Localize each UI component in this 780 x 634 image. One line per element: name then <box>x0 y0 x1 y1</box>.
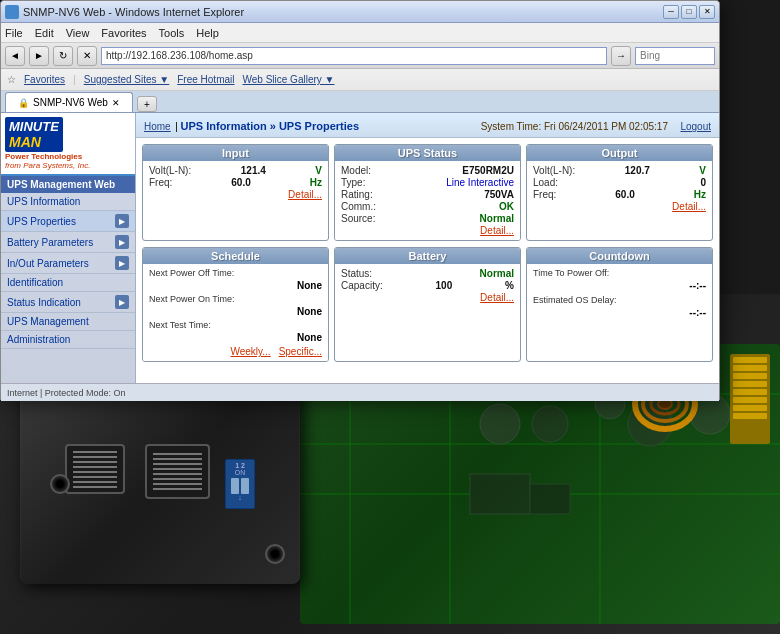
ups-status-box: UPS Status Model: E750RM2U Type: Line In… <box>334 144 521 241</box>
battery-capacity-value: 100 <box>436 280 453 291</box>
model-value: E750RM2U <box>462 165 514 176</box>
countdown-content: Time To Power Off: --:-- Estimated OS De… <box>527 264 712 322</box>
schedule-content: Next Power Off Time: None Next Power On … <box>143 264 328 361</box>
source-value: Normal <box>480 213 514 224</box>
web-slice-link[interactable]: Web Slice Gallery ▼ <box>243 74 335 85</box>
menu-file[interactable]: File <box>5 27 23 39</box>
browser-icon <box>5 5 19 19</box>
restore-button[interactable]: □ <box>681 5 697 19</box>
countdown-header: Countdown <box>527 248 712 264</box>
browser-window: SNMP-NV6 Web - Windows Internet Explorer… <box>0 0 720 400</box>
sidebar-label: Administration <box>7 334 70 345</box>
schedule-header: Schedule <box>143 248 328 264</box>
input-content: Volt(L-N): 121.4 V Freq: 60.0 Hz Detail.… <box>143 161 328 204</box>
sidebar-item-identification[interactable]: Identification <box>1 274 135 292</box>
address-bar[interactable] <box>101 47 607 65</box>
sidebar-item-admin[interactable]: Administration <box>1 331 135 349</box>
minimize-button[interactable]: ─ <box>663 5 679 19</box>
countdown-box: Countdown Time To Power Off: --:-- Estim… <box>526 247 713 362</box>
sidebar-label: In/Out Parameters <box>7 258 89 269</box>
rating-value: 750VA <box>484 189 514 200</box>
output-detail-link[interactable]: Detail... <box>533 201 706 212</box>
type-label: Type: <box>341 177 365 188</box>
input-detail-link[interactable]: Detail... <box>149 189 322 200</box>
weekly-link[interactable]: Weekly... <box>230 346 270 357</box>
sidebar-arrow-icon: ▶ <box>115 295 129 309</box>
delay-label: Estimated OS Delay: <box>533 295 706 305</box>
ups-status-detail-link[interactable]: Detail... <box>341 225 514 236</box>
favorites-link[interactable]: Favorites <box>24 74 65 85</box>
logout-link[interactable]: Logout <box>680 121 711 132</box>
sidebar-item-battery[interactable]: Battery Parameters ▶ <box>1 232 135 253</box>
ups-status-header: UPS Status <box>335 145 520 161</box>
svg-rect-11 <box>470 474 530 514</box>
battery-capacity-unit: % <box>505 280 514 291</box>
web-content: MINUTE MAN Power Technologies from Para … <box>1 113 719 383</box>
suggested-sites[interactable]: Suggested Sites ▼ <box>84 74 170 85</box>
hotmail-link[interactable]: Free Hotmail <box>177 74 234 85</box>
volt-row: Volt(L-N): 121.4 V <box>149 165 322 176</box>
freq-label: Freq: <box>149 177 172 188</box>
menu-edit[interactable]: Edit <box>35 27 54 39</box>
out-load-label: Load: <box>533 177 558 188</box>
logo-area: MINUTE MAN Power Technologies from Para … <box>1 113 135 176</box>
next-on-label: Next Power On Time: <box>149 294 322 304</box>
volt-label: Volt(L-N): <box>149 165 191 176</box>
back-button[interactable]: ◄ <box>5 46 25 66</box>
tab-snmp[interactable]: 🔒 SNMP-NV6 Web ✕ <box>5 92 133 112</box>
ups-status-content: Model: E750RM2U Type: Line Interactive R… <box>335 161 520 240</box>
rating-label: Rating: <box>341 189 373 200</box>
tabs-bar: 🔒 SNMP-NV6 Web ✕ + <box>1 91 719 113</box>
sidebar-item-ups-properties[interactable]: UPS Properties ▶ <box>1 211 135 232</box>
battery-detail-link[interactable]: Detail... <box>341 292 514 303</box>
menu-favorites[interactable]: Favorites <box>101 27 146 39</box>
eth-port-1 <box>65 444 125 494</box>
logo-power: Power Technologies <box>5 152 131 161</box>
out-load-value: 0 <box>700 177 706 188</box>
comm-label: Comm.: <box>341 201 376 212</box>
sidebar-arrow-icon: ▶ <box>115 256 129 270</box>
toolbar: ◄ ► ↻ ✕ → <box>1 43 719 69</box>
schedule-box: Schedule Next Power Off Time: None Next … <box>142 247 329 362</box>
info-grid-bottom: Schedule Next Power Off Time: None Next … <box>136 247 719 368</box>
out-freq-unit: Hz <box>694 189 706 200</box>
forward-button[interactable]: ► <box>29 46 49 66</box>
menu-help[interactable]: Help <box>196 27 219 39</box>
dip-switch: 1 2 ON ↓ <box>225 459 255 509</box>
out-freq-value: 60.0 <box>615 189 634 200</box>
time-value: --:-- <box>533 280 706 291</box>
source-label: Source: <box>341 213 375 224</box>
delay-value: --:-- <box>533 307 706 318</box>
next-off-label: Next Power Off Time: <box>149 268 322 278</box>
sidebar-arrow-icon: ▶ <box>115 214 129 228</box>
input-header: Input <box>143 145 328 161</box>
sidebar-section-header: UPS Management Web <box>1 176 135 193</box>
breadcrumb: UPS Information » UPS Properties <box>181 120 359 132</box>
svg-point-6 <box>480 404 520 444</box>
menu-view[interactable]: View <box>66 27 90 39</box>
new-tab-button[interactable]: + <box>137 96 157 112</box>
logo-from: from Para Systems, Inc. <box>5 161 131 170</box>
stop-button[interactable]: ✕ <box>77 46 97 66</box>
menu-tools[interactable]: Tools <box>159 27 185 39</box>
battery-status-label: Status: <box>341 268 372 279</box>
sidebar-label: UPS Information <box>7 196 80 207</box>
model-label: Model: <box>341 165 371 176</box>
home-link[interactable]: Home <box>144 121 171 132</box>
close-button[interactable]: ✕ <box>699 5 715 19</box>
connector-pins <box>730 354 770 444</box>
specific-link[interactable]: Specific... <box>279 346 322 357</box>
sidebar-item-ups-information[interactable]: UPS Information <box>1 193 135 211</box>
sidebar-item-status[interactable]: Status Indication ▶ <box>1 292 135 313</box>
out-freq-label: Freq: <box>533 189 556 200</box>
sidebar-item-inout[interactable]: In/Out Parameters ▶ <box>1 253 135 274</box>
refresh-button[interactable]: ↻ <box>53 46 73 66</box>
status-bar: Internet | Protected Mode: On <box>1 383 719 401</box>
search-input[interactable] <box>635 47 715 65</box>
battery-header: Battery <box>335 248 520 264</box>
out-volt-value: 120.7 <box>625 165 650 176</box>
svg-point-7 <box>532 406 568 442</box>
output-content: Volt(L-N): 120.7 V Load: 0 Freq: 60.0 Hz <box>527 161 712 216</box>
go-button[interactable]: → <box>611 46 631 66</box>
sidebar-item-mgmt[interactable]: UPS Management <box>1 313 135 331</box>
